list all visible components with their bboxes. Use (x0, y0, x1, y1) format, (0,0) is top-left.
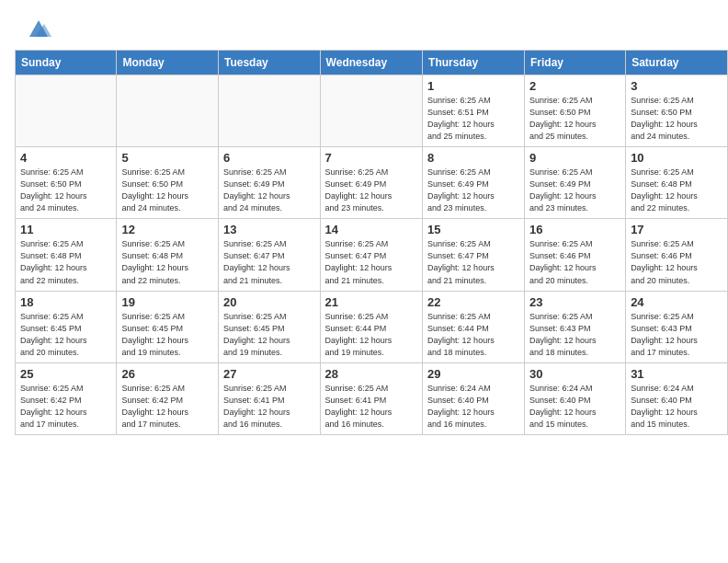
day-info: Sunrise: 6:25 AM Sunset: 6:47 PM Dayligh… (427, 238, 519, 286)
day-info: Sunrise: 6:25 AM Sunset: 6:45 PM Dayligh… (223, 311, 315, 359)
day-cell: 23Sunrise: 6:25 AM Sunset: 6:43 PM Dayli… (525, 291, 626, 362)
day-number: 20 (223, 295, 315, 309)
day-cell (218, 75, 320, 147)
day-info: Sunrise: 6:25 AM Sunset: 6:41 PM Dayligh… (325, 383, 417, 431)
day-number: 31 (631, 367, 722, 381)
day-cell: 5Sunrise: 6:25 AM Sunset: 6:50 PM Daylig… (117, 147, 219, 219)
day-number: 18 (20, 295, 111, 309)
day-cell: 11Sunrise: 6:25 AM Sunset: 6:48 PM Dayli… (16, 219, 117, 291)
day-number: 28 (325, 367, 417, 381)
day-number: 2 (529, 79, 620, 93)
day-cell: 19Sunrise: 6:25 AM Sunset: 6:45 PM Dayli… (117, 291, 219, 362)
day-info: Sunrise: 6:25 AM Sunset: 6:50 PM Dayligh… (121, 167, 213, 214)
day-cell: 7Sunrise: 6:25 AM Sunset: 6:49 PM Daylig… (320, 147, 422, 219)
day-number: 26 (121, 367, 213, 381)
logo (22, 17, 51, 42)
day-info: Sunrise: 6:25 AM Sunset: 6:50 PM Dayligh… (631, 95, 722, 143)
day-info: Sunrise: 6:25 AM Sunset: 6:42 PM Dayligh… (121, 383, 213, 431)
day-info: Sunrise: 6:25 AM Sunset: 6:41 PM Dayligh… (223, 383, 315, 431)
logo-icon (26, 17, 51, 42)
header-monday: Monday (117, 51, 219, 75)
day-info: Sunrise: 6:25 AM Sunset: 6:51 PM Dayligh… (427, 95, 519, 143)
day-cell: 21Sunrise: 6:25 AM Sunset: 6:44 PM Dayli… (320, 291, 422, 362)
day-number: 30 (529, 367, 620, 381)
day-info: Sunrise: 6:25 AM Sunset: 6:50 PM Dayligh… (20, 167, 111, 214)
day-info: Sunrise: 6:25 AM Sunset: 6:49 PM Dayligh… (529, 167, 620, 214)
day-cell: 17Sunrise: 6:25 AM Sunset: 6:46 PM Dayli… (626, 219, 728, 291)
header-friday: Friday (525, 51, 626, 75)
day-cell: 8Sunrise: 6:25 AM Sunset: 6:49 PM Daylig… (423, 147, 525, 219)
day-number: 17 (631, 223, 722, 236)
day-number: 27 (223, 367, 315, 381)
day-cell (320, 75, 422, 147)
day-info: Sunrise: 6:25 AM Sunset: 6:42 PM Dayligh… (20, 383, 111, 431)
day-number: 5 (121, 151, 213, 165)
page-header (0, 0, 728, 50)
day-cell: 18Sunrise: 6:25 AM Sunset: 6:45 PM Dayli… (16, 291, 117, 362)
day-number: 29 (427, 367, 519, 381)
day-cell: 30Sunrise: 6:24 AM Sunset: 6:40 PM Dayli… (525, 362, 626, 434)
day-cell: 26Sunrise: 6:25 AM Sunset: 6:42 PM Dayli… (117, 362, 219, 434)
day-number: 13 (223, 223, 315, 236)
header-wednesday: Wednesday (320, 51, 422, 75)
day-info: Sunrise: 6:25 AM Sunset: 6:48 PM Dayligh… (631, 167, 722, 214)
calendar-container: SundayMondayTuesdayWednesdayThursdayFrid… (0, 50, 728, 442)
week-row-2: 11Sunrise: 6:25 AM Sunset: 6:48 PM Dayli… (16, 219, 728, 291)
day-cell: 20Sunrise: 6:25 AM Sunset: 6:45 PM Dayli… (218, 291, 320, 362)
header-saturday: Saturday (626, 51, 728, 75)
day-info: Sunrise: 6:25 AM Sunset: 6:44 PM Dayligh… (325, 311, 417, 359)
day-number: 6 (223, 151, 315, 165)
day-cell: 10Sunrise: 6:25 AM Sunset: 6:48 PM Dayli… (626, 147, 728, 219)
day-cell: 6Sunrise: 6:25 AM Sunset: 6:49 PM Daylig… (218, 147, 320, 219)
day-cell: 25Sunrise: 6:25 AM Sunset: 6:42 PM Dayli… (16, 362, 117, 434)
day-cell (16, 75, 117, 147)
day-info: Sunrise: 6:25 AM Sunset: 6:47 PM Dayligh… (325, 238, 417, 286)
day-number: 23 (529, 295, 620, 309)
day-number: 19 (121, 295, 213, 309)
day-number: 14 (325, 223, 417, 236)
day-info: Sunrise: 6:25 AM Sunset: 6:46 PM Dayligh… (631, 238, 722, 286)
week-row-1: 4Sunrise: 6:25 AM Sunset: 6:50 PM Daylig… (16, 147, 728, 219)
day-cell: 4Sunrise: 6:25 AM Sunset: 6:50 PM Daylig… (16, 147, 117, 219)
day-number: 15 (427, 223, 519, 236)
day-cell: 22Sunrise: 6:25 AM Sunset: 6:44 PM Dayli… (423, 291, 525, 362)
day-cell: 16Sunrise: 6:25 AM Sunset: 6:46 PM Dayli… (525, 219, 626, 291)
day-cell: 31Sunrise: 6:24 AM Sunset: 6:40 PM Dayli… (626, 362, 728, 434)
day-info: Sunrise: 6:25 AM Sunset: 6:49 PM Dayligh… (223, 167, 315, 214)
day-number: 4 (20, 151, 111, 165)
day-cell: 14Sunrise: 6:25 AM Sunset: 6:47 PM Dayli… (320, 219, 422, 291)
day-cell: 1Sunrise: 6:25 AM Sunset: 6:51 PM Daylig… (423, 75, 525, 147)
day-cell: 15Sunrise: 6:25 AM Sunset: 6:47 PM Dayli… (423, 219, 525, 291)
week-row-3: 18Sunrise: 6:25 AM Sunset: 6:45 PM Dayli… (16, 291, 728, 362)
day-info: Sunrise: 6:25 AM Sunset: 6:48 PM Dayligh… (20, 238, 111, 286)
day-info: Sunrise: 6:25 AM Sunset: 6:45 PM Dayligh… (121, 311, 213, 359)
day-cell: 2Sunrise: 6:25 AM Sunset: 6:50 PM Daylig… (525, 75, 626, 147)
day-cell: 3Sunrise: 6:25 AM Sunset: 6:50 PM Daylig… (626, 75, 728, 147)
week-row-4: 25Sunrise: 6:25 AM Sunset: 6:42 PM Dayli… (16, 362, 728, 434)
day-cell: 24Sunrise: 6:25 AM Sunset: 6:43 PM Dayli… (626, 291, 728, 362)
day-cell: 9Sunrise: 6:25 AM Sunset: 6:49 PM Daylig… (525, 147, 626, 219)
day-number: 24 (631, 295, 722, 309)
calendar-header-row: SundayMondayTuesdayWednesdayThursdayFrid… (16, 51, 728, 75)
day-number: 3 (631, 79, 722, 93)
day-info: Sunrise: 6:25 AM Sunset: 6:50 PM Dayligh… (529, 95, 620, 143)
day-number: 11 (20, 223, 111, 236)
day-number: 7 (325, 151, 417, 165)
day-cell: 27Sunrise: 6:25 AM Sunset: 6:41 PM Dayli… (218, 362, 320, 434)
day-info: Sunrise: 6:25 AM Sunset: 6:46 PM Dayligh… (529, 238, 620, 286)
day-info: Sunrise: 6:25 AM Sunset: 6:43 PM Dayligh… (529, 311, 620, 359)
day-number: 9 (529, 151, 620, 165)
day-number: 10 (631, 151, 722, 165)
week-row-0: 1Sunrise: 6:25 AM Sunset: 6:51 PM Daylig… (16, 75, 728, 147)
day-number: 16 (529, 223, 620, 236)
day-cell: 29Sunrise: 6:24 AM Sunset: 6:40 PM Dayli… (423, 362, 525, 434)
day-cell: 13Sunrise: 6:25 AM Sunset: 6:47 PM Dayli… (218, 219, 320, 291)
day-number: 1 (427, 79, 519, 93)
day-info: Sunrise: 6:25 AM Sunset: 6:48 PM Dayligh… (121, 238, 213, 286)
day-number: 25 (20, 367, 111, 381)
day-info: Sunrise: 6:25 AM Sunset: 6:44 PM Dayligh… (427, 311, 519, 359)
day-info: Sunrise: 6:24 AM Sunset: 6:40 PM Dayligh… (631, 383, 722, 431)
day-info: Sunrise: 6:25 AM Sunset: 6:43 PM Dayligh… (631, 311, 722, 359)
header-thursday: Thursday (423, 51, 525, 75)
day-number: 8 (427, 151, 519, 165)
